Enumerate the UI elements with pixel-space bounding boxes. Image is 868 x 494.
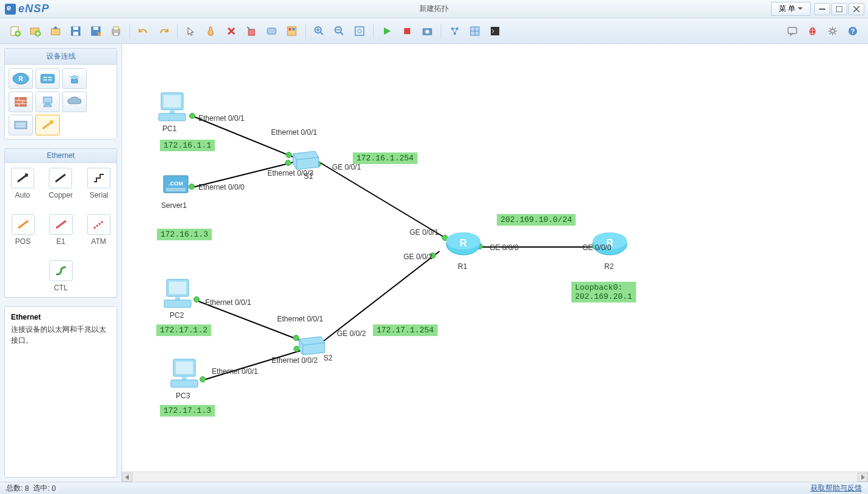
pc3-label: PC3	[176, 392, 190, 400]
conn-auto[interactable]	[11, 168, 34, 188]
switch-category[interactable]	[35, 68, 60, 89]
port-s2-e2: Ethernet 0/0/2	[272, 356, 317, 365]
svg-rect-1	[836, 6, 842, 12]
connection-category[interactable]	[35, 115, 60, 135]
node-pc1[interactable]	[157, 91, 191, 122]
svg-rect-58	[166, 188, 186, 192]
cli-button[interactable]	[486, 22, 504, 40]
conn-atm-label: ATM	[87, 237, 110, 246]
svg-rect-22	[355, 27, 364, 35]
scroll-left-button[interactable]	[122, 473, 132, 482]
zoom-in-button[interactable]	[310, 22, 328, 40]
node-r1[interactable]: R	[444, 231, 482, 257]
zoom-fit-button[interactable]	[350, 22, 369, 40]
ensp-logo-icon	[5, 4, 16, 15]
node-s2[interactable]	[297, 333, 327, 356]
conn-pos[interactable]	[12, 214, 35, 235]
new-topo-button[interactable]	[6, 22, 24, 40]
svg-rect-24	[404, 28, 410, 34]
help-button[interactable]: ?	[844, 22, 862, 40]
svg-rect-53	[164, 95, 181, 107]
svg-point-33	[831, 29, 834, 33]
save-as-button[interactable]	[87, 22, 105, 40]
node-server1[interactable]: .COM	[161, 173, 190, 199]
other-category[interactable]	[9, 115, 33, 135]
conn-ctl-label: CTL	[49, 284, 73, 292]
select-tool-button[interactable]	[182, 22, 200, 40]
conn-e1-label: E1	[49, 237, 73, 246]
status-bar: 总数: 8 选中: 0 获取帮助与反馈	[0, 482, 868, 494]
svg-rect-0	[819, 9, 825, 10]
svg-rect-40	[15, 98, 26, 106]
menu-label: 菜 单	[779, 4, 795, 14]
status-total-label: 总数:	[6, 483, 23, 493]
start-button[interactable]	[378, 22, 396, 40]
wlan-category[interactable]	[62, 68, 87, 89]
pan-tool-button[interactable]	[202, 22, 220, 40]
conn-atm[interactable]	[87, 214, 110, 235]
huawei-button[interactable]	[803, 22, 822, 40]
layout-button[interactable]	[446, 22, 464, 40]
cloud-category[interactable]	[62, 91, 87, 112]
node-pc3[interactable]	[170, 358, 203, 388]
port-r2-g0: GE 0/0/0	[582, 243, 611, 252]
svg-rect-68	[164, 300, 191, 307]
svg-rect-9	[73, 32, 78, 35]
help-feedback-link[interactable]: 获取帮助与反馈	[811, 483, 862, 493]
firewall-category[interactable]	[9, 91, 33, 112]
settings-button[interactable]	[823, 22, 842, 40]
close-button[interactable]	[848, 3, 864, 15]
open-button[interactable]	[46, 22, 65, 40]
svg-rect-44	[15, 121, 27, 129]
clear-button[interactable]	[242, 22, 261, 40]
r2-label: R2	[604, 262, 613, 271]
zoom-out-button[interactable]	[330, 22, 349, 40]
svg-point-23	[358, 29, 361, 33]
port-pc1: Ethernet 0/0/1	[198, 114, 244, 123]
conn-pos-label: POS	[12, 237, 35, 246]
maximize-button[interactable]	[831, 3, 847, 15]
port-r1-g2: GE 0/0/2	[403, 252, 432, 261]
grid-button[interactable]	[466, 22, 484, 40]
port-srv-e0: Ethernet 0/0/0	[198, 183, 244, 192]
svg-rect-38	[41, 74, 54, 83]
device-panel-header: 设备连线	[5, 49, 117, 65]
topology-canvas[interactable]: PC1 172.16.1.1 .COM Server1 172.16.1.3 S…	[122, 44, 868, 482]
port-pc3: Ethernet 0/0/1	[212, 367, 258, 376]
pc2-ip: 172.17.1.2	[156, 324, 211, 336]
stop-button[interactable]	[398, 22, 416, 40]
svg-rect-39	[71, 79, 78, 83]
menu-button[interactable]: 菜 单	[771, 2, 811, 16]
palette-button[interactable]	[283, 22, 301, 40]
s2-label: S2	[324, 354, 333, 362]
conn-ctl[interactable]	[49, 260, 73, 281]
conn-serial-label: Serial	[87, 191, 110, 199]
text-button[interactable]	[262, 22, 281, 40]
node-s1[interactable]	[291, 148, 321, 171]
redo-button[interactable]	[154, 22, 173, 40]
svg-rect-6	[51, 29, 60, 35]
message-button[interactable]	[783, 22, 801, 40]
chevron-down-icon	[798, 7, 803, 10]
pc-category[interactable]	[35, 91, 60, 112]
undo-button[interactable]	[134, 22, 153, 40]
delete-button[interactable]	[222, 22, 241, 40]
save-button[interactable]	[67, 22, 85, 40]
print-button[interactable]	[107, 22, 125, 40]
router-category[interactable]: R	[9, 68, 33, 89]
conn-e1[interactable]	[49, 214, 73, 235]
horizontal-scrollbar[interactable]	[122, 471, 868, 482]
svg-rect-54	[170, 110, 175, 113]
svg-rect-70	[176, 362, 193, 374]
port-s2-g2: GE 0/0/2	[337, 329, 366, 338]
node-pc2[interactable]	[163, 278, 197, 309]
capture-button[interactable]	[418, 22, 436, 40]
s1-gw: 172.16.1.254	[353, 152, 418, 164]
port-s1-g1: GE 0/0/1	[332, 163, 361, 171]
scroll-right-button[interactable]	[858, 473, 868, 482]
document-title: 新建拓扑	[419, 4, 449, 14]
conn-copper[interactable]	[49, 168, 72, 188]
conn-serial[interactable]	[87, 168, 110, 188]
minimize-button[interactable]	[814, 3, 830, 15]
new-project-button[interactable]	[26, 22, 45, 40]
